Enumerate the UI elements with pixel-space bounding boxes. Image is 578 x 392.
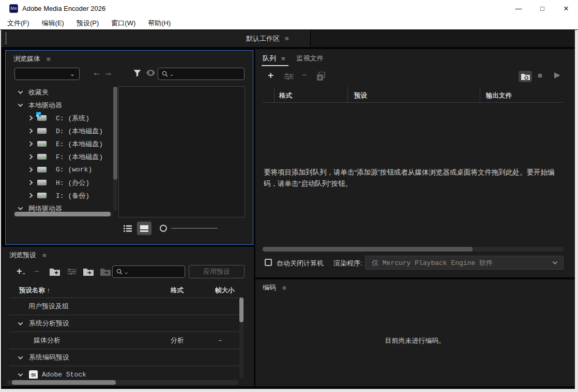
chevron-right-icon[interactable]: [28, 180, 33, 185]
close-button[interactable]: ✕: [554, 0, 578, 17]
menu-help[interactable]: 帮助(H): [142, 19, 177, 28]
back-icon[interactable]: ←: [93, 68, 101, 78]
tree-item-drive-i[interactable]: I: (备份): [14, 189, 113, 202]
preset-vertical-scrollbar[interactable]: [239, 297, 244, 379]
stop-queue-button[interactable]: ■: [538, 71, 542, 80]
stop-icon: ■: [538, 71, 542, 80]
tree-horizontal-scrollbar[interactable]: [14, 212, 113, 216]
scrollbar-thumb[interactable]: [113, 87, 117, 180]
export-preset-button[interactable]: [100, 268, 111, 276]
workspace-tab-default[interactable]: 默认工作区 ≡: [239, 30, 296, 47]
duplicate-button[interactable]: [317, 72, 326, 81]
column-divider[interactable]: [347, 87, 348, 102]
chevron-right-icon[interactable]: [28, 193, 33, 198]
menu-edit[interactable]: 编辑(E): [36, 19, 70, 28]
tree-label: G: (work): [56, 166, 92, 174]
column-preset-name[interactable]: 预设名称 ↑: [19, 286, 50, 295]
scrollbar-thumb[interactable]: [12, 380, 116, 385]
tree-item-drive-h[interactable]: H: (办公): [14, 176, 113, 189]
chevron-down-icon[interactable]: [18, 89, 23, 94]
add-preset-button[interactable]: +⌄: [17, 266, 26, 277]
panel-menu-icon[interactable]: ≡: [281, 55, 285, 62]
chevron-right-icon[interactable]: [28, 142, 33, 147]
workspace-menu-icon[interactable]: ≡: [285, 35, 289, 42]
chevron-down-icon[interactable]: [18, 371, 23, 377]
minimize-button[interactable]: —: [507, 0, 530, 17]
thumbnail-view-button[interactable]: [137, 222, 151, 235]
preset-settings-button[interactable]: [67, 268, 77, 275]
tree-item-drive-e[interactable]: E: (本地磁盘): [14, 137, 113, 150]
tab-queue[interactable]: 队列: [263, 54, 276, 63]
start-queue-button[interactable]: ▶: [554, 70, 560, 80]
scrollbar-thumb[interactable]: [263, 247, 473, 252]
drive-icon: [37, 180, 47, 185]
tab-watch-folders[interactable]: 监视文件: [297, 54, 324, 63]
preset-row-system-analysis[interactable]: 系统分析预设: [9, 315, 242, 332]
column-format[interactable]: 格式: [279, 91, 292, 100]
chevron-down-icon[interactable]: [18, 205, 23, 210]
add-output-button[interactable]: [284, 73, 294, 80]
panel-menu-icon[interactable]: ≡: [47, 55, 51, 63]
eye-icon[interactable]: [146, 70, 155, 76]
tree-item-drive-f[interactable]: F: (本地磁盘): [14, 150, 113, 163]
preset-row-adobe-stock[interactable]: St Adobe Stock: [9, 366, 242, 379]
preset-horizontal-scrollbar[interactable]: [7, 380, 238, 385]
preset-row-system-encoding[interactable]: 系统编码预设: [9, 349, 242, 366]
column-divider[interactable]: [274, 87, 275, 102]
zoom-slider-track[interactable]: [171, 228, 218, 229]
remove-preset-button[interactable]: −: [34, 266, 39, 277]
tree-item-favorites[interactable]: 收藏夹: [14, 86, 113, 99]
tree-label: I: (备份): [56, 191, 89, 200]
tree-item-drive-g[interactable]: G: (work): [14, 163, 113, 176]
chevron-down-icon[interactable]: [18, 320, 23, 325]
preset-frame-size: –: [218, 337, 222, 344]
drive-icon: [37, 128, 47, 134]
scrollbar-thumb[interactable]: [14, 212, 111, 216]
apply-preset-button[interactable]: 应用预设: [189, 265, 245, 278]
chevron-right-icon[interactable]: [28, 167, 33, 173]
import-preset-button[interactable]: [83, 268, 94, 276]
zoom-slider-knob[interactable]: [160, 225, 167, 232]
menu-preset[interactable]: 预设(P): [70, 19, 105, 28]
panel-grip-handle[interactable]: [5, 33, 7, 44]
tree-item-drive-d[interactable]: D: (本地磁盘): [14, 124, 113, 137]
window-frame-right: [575, 30, 578, 389]
auto-shutdown-checkbox[interactable]: [265, 259, 272, 266]
chevron-down-icon[interactable]: [18, 354, 23, 359]
column-format[interactable]: 格式: [171, 286, 184, 295]
panel-menu-icon[interactable]: ≡: [42, 252, 47, 259]
renderer-dropdown[interactable]: 仅 Mercury Playback Engine 软件: [365, 256, 564, 270]
preset-row-user[interactable]: 用户预设及组: [9, 298, 242, 315]
column-frame-size[interactable]: 帧大小: [215, 286, 235, 295]
remove-button[interactable]: −: [302, 70, 307, 81]
filter-icon[interactable]: [133, 69, 142, 77]
menu-file[interactable]: 文件(F): [0, 19, 36, 28]
chevron-down-icon[interactable]: [18, 102, 23, 107]
media-search-input[interactable]: ⌄: [158, 68, 245, 80]
tree-vertical-scrollbar[interactable]: [113, 87, 117, 211]
tree-item-local-drives[interactable]: 本地驱动器: [14, 99, 113, 112]
encoding-title: 编码: [263, 283, 276, 292]
auto-encode-watch-folders-button[interactable]: [519, 71, 532, 82]
add-source-button[interactable]: +: [268, 70, 273, 81]
preset-search-input[interactable]: ⌄: [112, 265, 185, 278]
media-browser-panel: 浏览媒体 ≡ ⌄ ← → ⌄ 收藏夹 本地驱动器 C: (系统): [5, 50, 253, 245]
chevron-right-icon[interactable]: [28, 129, 33, 134]
scrollbar-thumb[interactable]: [239, 297, 244, 322]
chevron-right-icon[interactable]: [28, 154, 33, 160]
maximize-button[interactable]: □: [530, 0, 554, 17]
tree-item-drive-c[interactable]: C: (系统): [14, 112, 113, 124]
new-group-button[interactable]: [50, 268, 60, 276]
preset-row-media-analysis[interactable]: 媒体分析 分析 –: [9, 332, 242, 349]
list-view-icon[interactable]: [124, 225, 132, 231]
location-combo[interactable]: ⌄: [14, 68, 80, 80]
column-divider[interactable]: [480, 87, 480, 102]
column-preset[interactable]: 预设: [354, 91, 367, 100]
chevron-right-icon[interactable]: [28, 116, 33, 121]
panel-menu-icon[interactable]: ≡: [282, 284, 286, 292]
forward-icon[interactable]: →: [104, 68, 113, 78]
drive-tree: 收藏夹 本地驱动器 C: (系统) D: (本地磁盘) E: (本地磁盘) F:…: [14, 86, 113, 215]
column-output-file[interactable]: 输出文件: [486, 91, 512, 100]
queue-horizontal-scrollbar[interactable]: [263, 247, 564, 252]
menu-window[interactable]: 窗口(W): [105, 19, 142, 28]
